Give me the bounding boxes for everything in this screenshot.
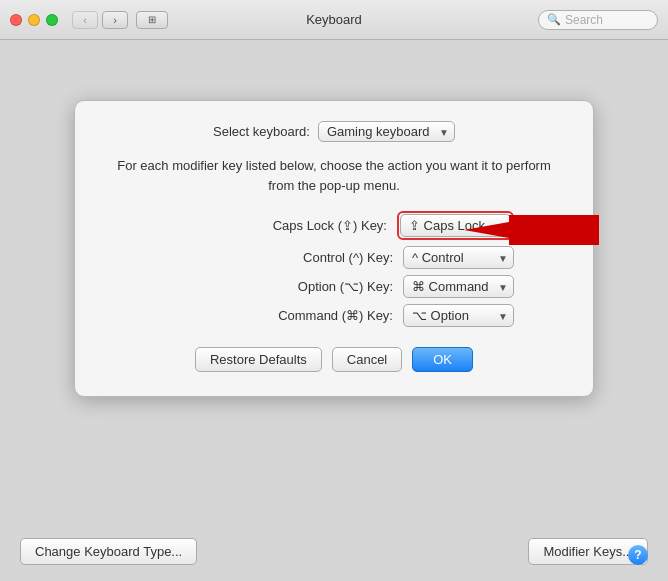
search-icon: 🔍 [547,13,561,26]
button-row: Restore Defaults Cancel OK [105,347,563,372]
command-select[interactable]: No Action ⇪ Caps Lock ^ Control ⌥ Option… [403,304,514,327]
keyboard-select-wrapper: Gaming keyboard ▼ [318,121,455,142]
select-keyboard-row: Select keyboard: Gaming keyboard ▼ [105,121,563,142]
modifier-row-caps-lock: Caps Lock (⇪) Key: No Action ⇪ Caps Lock… [154,211,514,240]
command-select-wrapper: No Action ⇪ Caps Lock ^ Control ⌥ Option… [403,304,514,327]
option-label: Option (⌥) Key: [223,279,393,294]
keyboard-select[interactable]: Gaming keyboard [318,121,455,142]
search-placeholder: Search [565,13,603,27]
option-select-wrapper: No Action ⇪ Caps Lock ^ Control ⌥ Option… [403,275,514,298]
help-label: ? [634,548,641,562]
bottom-bar: Change Keyboard Type... Modifier Keys... [0,538,668,565]
ok-button[interactable]: OK [412,347,473,372]
change-keyboard-type-button[interactable]: Change Keyboard Type... [20,538,197,565]
forward-button[interactable]: › [102,11,128,29]
cancel-button[interactable]: Cancel [332,347,402,372]
traffic-lights [10,14,58,26]
search-box[interactable]: 🔍 Search [538,10,658,30]
keyboard-dialog: Select keyboard: Gaming keyboard ▼ For e… [74,100,594,397]
minimize-button[interactable] [28,14,40,26]
close-button[interactable] [10,14,22,26]
nav-buttons: ‹ › [72,11,128,29]
control-select[interactable]: No Action ⇪ Caps Lock ^ Control ⌥ Option… [403,246,514,269]
modifier-rows: Caps Lock (⇪) Key: No Action ⇪ Caps Lock… [105,211,563,327]
control-label: Control (^) Key: [223,250,393,265]
modifier-row-control: Control (^) Key: No Action ⇪ Caps Lock ^… [154,246,514,269]
command-label: Command (⌘) Key: [223,308,393,323]
caps-lock-select[interactable]: No Action ⇪ Caps Lock ^ Control ⌥ Option… [400,214,511,237]
description-text: For each modifier key listed below, choo… [105,156,563,195]
option-select[interactable]: No Action ⇪ Caps Lock ^ Control ⌥ Option… [403,275,514,298]
modifier-row-option: Option (⌥) Key: No Action ⇪ Caps Lock ^ … [154,275,514,298]
caps-lock-select-wrapper: No Action ⇪ Caps Lock ^ Control ⌥ Option… [397,211,514,240]
select-keyboard-label: Select keyboard: [213,124,310,139]
grid-button[interactable]: ⊞ [136,11,168,29]
caps-lock-label: Caps Lock (⇪) Key: [217,218,387,233]
window-title: Keyboard [306,12,362,27]
back-button[interactable]: ‹ [72,11,98,29]
modifier-row-command: Command (⌘) Key: No Action ⇪ Caps Lock ^… [154,304,514,327]
maximize-button[interactable] [46,14,58,26]
dialog-wrapper: Select keyboard: Gaming keyboard ▼ For e… [74,80,594,397]
main-content: Select keyboard: Gaming keyboard ▼ For e… [0,40,668,417]
titlebar: ‹ › ⊞ Keyboard 🔍 Search [0,0,668,40]
help-button[interactable]: ? [628,545,648,565]
control-select-wrapper: No Action ⇪ Caps Lock ^ Control ⌥ Option… [403,246,514,269]
restore-defaults-button[interactable]: Restore Defaults [195,347,322,372]
